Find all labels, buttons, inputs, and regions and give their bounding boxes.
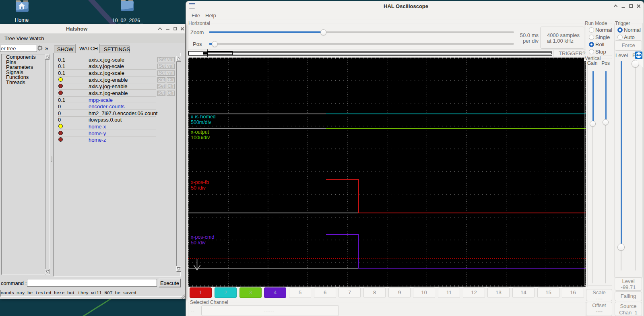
- svg-text:50 /div: 50 /div: [191, 240, 206, 246]
- svg-text:50 /div: 50 /div: [191, 185, 206, 191]
- svg-text:500m/div: 500m/div: [191, 120, 211, 125]
- svg-text:x-pos-fb: x-pos-fb: [191, 180, 209, 185]
- svg-text:x-output: x-output: [191, 129, 209, 135]
- svg-text:100u/div: 100u/div: [191, 135, 210, 140]
- svg-text:x-pos-cmd: x-pos-cmd: [191, 234, 214, 240]
- svg-text:x-is-homed: x-is-homed: [191, 114, 216, 120]
